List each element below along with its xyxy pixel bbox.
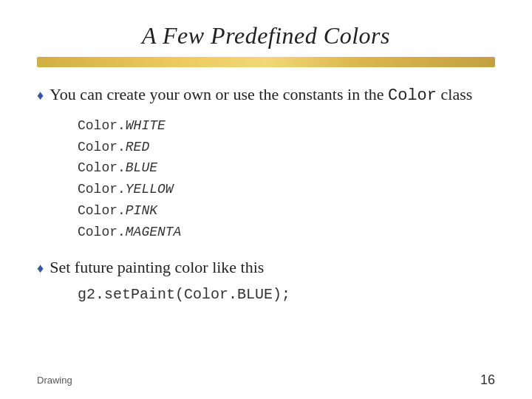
bullet-2-content: Set future painting color like this	[50, 256, 264, 279]
list-item: Color.BLUE	[78, 157, 495, 179]
code-example-italic: BLUE	[237, 286, 273, 303]
bullet-section-1: ♦ You can create your own or use the con…	[37, 83, 495, 243]
color-code-inline: Color	[388, 86, 437, 105]
color-suffix-4: YELLOW	[126, 182, 174, 197]
list-item: Color.YELLOW	[78, 179, 495, 200]
color-suffix-3: BLUE	[126, 160, 157, 175]
code-example-prefix: g2.setPaint(Color.	[78, 286, 237, 303]
footer-page-number: 16	[480, 372, 495, 388]
slide-footer: Drawing 16	[37, 372, 495, 388]
bullet-diamond-icon-2: ♦	[37, 259, 44, 278]
color-prefix-1: Color.	[78, 118, 126, 133]
bullet-1-content: You can create your own or use the const…	[50, 83, 472, 108]
bullet-1-prefix: You can create your own or use the const…	[50, 85, 388, 103]
code-example-block: g2.setPaint(Color.BLUE);	[78, 286, 495, 303]
list-item: Color.WHITE	[78, 115, 495, 137]
bullet-1-text: ♦ You can create your own or use the con…	[37, 83, 495, 108]
list-item: Color.PINK	[78, 200, 495, 222]
color-prefix-4: Color.	[78, 182, 126, 197]
color-suffix-5: PINK	[126, 203, 157, 218]
slide: A Few Predefined Colors ♦ You can create…	[0, 0, 532, 399]
list-item: Color.MAGENTA	[78, 222, 495, 243]
color-suffix-2: RED	[126, 140, 149, 154]
slide-title: A Few Predefined Colors	[37, 22, 495, 50]
list-item: Color.RED	[78, 137, 495, 158]
color-suffix-1: WHITE	[126, 118, 166, 133]
color-constants-list: Color.WHITE Color.RED Color.BLUE Color.Y…	[78, 115, 495, 243]
color-prefix-3: Color.	[78, 160, 126, 175]
bullet-section-2: ♦ Set future painting color like this g2…	[37, 256, 495, 304]
bullet-2-prefix: Set future painting color like this	[50, 258, 264, 276]
color-prefix-2: Color.	[78, 140, 126, 154]
title-underline-decoration	[37, 57, 495, 67]
bullet-2-text: ♦ Set future painting color like this	[37, 256, 495, 279]
code-example-suffix: );	[273, 286, 290, 303]
footer-label: Drawing	[37, 375, 72, 386]
color-prefix-6: Color.	[78, 225, 126, 239]
color-prefix-5: Color.	[78, 203, 126, 218]
bullet-1-suffix: class	[437, 85, 472, 103]
code-example-line: g2.setPaint(Color.BLUE);	[78, 286, 495, 303]
bullet-diamond-icon: ♦	[37, 86, 44, 105]
color-suffix-6: MAGENTA	[126, 225, 182, 239]
